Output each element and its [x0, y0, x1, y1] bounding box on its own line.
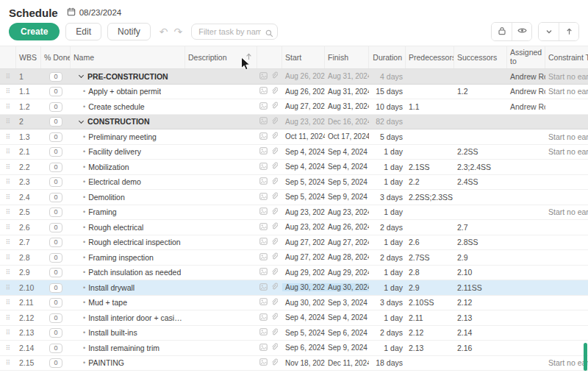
schedule-date-picker[interactable]: 08/23/2024 — [67, 7, 122, 18]
row-percent-done[interactable]: 0 — [41, 283, 71, 293]
row-successors[interactable]: 2.8SS — [454, 238, 507, 246]
row-duration[interactable]: 2 days — [369, 223, 406, 232]
paperclip-icon[interactable] — [270, 238, 278, 247]
table-row[interactable]: ⠿ 1.3 0 • Preliminary meeting Oct 11, 20… — [0, 129, 588, 145]
row-name-cell[interactable]: • Install remaining trim — [71, 344, 185, 352]
row-finish-date[interactable]: Aug 31, 2024 — [325, 88, 369, 96]
row-percent-done[interactable]: 0 — [41, 116, 71, 127]
create-button[interactable]: Create — [9, 23, 60, 40]
table-row[interactable]: ⠿ 2.12 0 • Install interior door + casin… — [0, 310, 588, 326]
row-successors[interactable]: 2.14 — [454, 328, 507, 337]
paperclip-icon[interactable] — [270, 268, 278, 277]
lock-button[interactable] — [492, 23, 512, 40]
row-duration[interactable]: 2 days — [369, 328, 406, 337]
row-start-date[interactable]: Aug 26, 2024 — [282, 72, 325, 80]
row-successors[interactable]: 2.10 — [454, 268, 507, 277]
row-percent-done[interactable]: 0 — [41, 177, 71, 187]
row-duration[interactable]: 3 days — [369, 298, 406, 307]
photo-icon[interactable] — [259, 253, 268, 262]
photo-icon[interactable] — [259, 72, 268, 81]
column-header-name[interactable]: Name — [71, 46, 185, 68]
column-header-successors[interactable]: Successors — [454, 46, 507, 68]
row-percent-done[interactable]: 0 — [41, 71, 71, 82]
row-name-cell[interactable]: • Framing — [71, 207, 185, 216]
row-name-cell[interactable]: • Rough electrical inspection — [71, 238, 185, 246]
row-finish-date[interactable]: Sep 6, 2024 — [325, 329, 369, 337]
table-row[interactable]: ⠿ 2.3 0 • Electrical demo Sep 5, 2024 Se… — [0, 175, 588, 191]
row-start-date[interactable]: Aug 23, 2024 — [282, 118, 325, 126]
row-finish-date[interactable]: Aug 30, 2024 — [325, 283, 369, 291]
paperclip-icon[interactable] — [270, 328, 278, 338]
row-start-date[interactable]: Aug 27, 2024 — [282, 102, 325, 110]
photo-icon[interactable] — [259, 238, 268, 246]
row-start-date[interactable]: Oct 11, 2024 — [282, 132, 325, 141]
row-percent-done[interactable]: 0 — [41, 252, 71, 263]
row-start-date[interactable]: Aug 27, 2024 — [282, 253, 325, 261]
drag-handle-icon[interactable]: ⠿ — [0, 344, 16, 352]
row-finish-date[interactable]: Aug 23, 2024 — [325, 208, 369, 216]
photo-icon[interactable] — [259, 193, 268, 202]
row-start-date[interactable]: Aug 23, 2024 — [282, 223, 325, 231]
row-assigned-to[interactable]: Andrew Roy — [507, 102, 545, 111]
row-start-date[interactable]: Sep 4, 2024 — [282, 313, 325, 322]
row-start-date[interactable]: Aug 23, 2024 — [282, 208, 325, 216]
paperclip-icon[interactable] — [270, 343, 278, 352]
photo-icon[interactable] — [259, 313, 268, 322]
row-percent-done[interactable]: 0 — [41, 358, 71, 368]
column-header-done[interactable]: % Done — [41, 46, 71, 68]
row-successors[interactable]: 2.16 — [454, 344, 507, 352]
row-start-date[interactable]: Aug 26, 2024 — [282, 88, 325, 96]
row-name-cell[interactable]: • Patch insulation as needed — [71, 268, 185, 277]
row-duration[interactable]: 10 days — [369, 102, 406, 111]
row-finish-date[interactable]: Aug 31, 2024 — [325, 72, 369, 80]
column-header-constraint[interactable]: Constraint T — [545, 46, 588, 68]
drag-handle-icon[interactable]: ⠿ — [0, 208, 16, 216]
table-row[interactable]: ⠿ 2.4 0 • Demolition Sep 5, 2024 Sep 9, … — [0, 190, 588, 205]
row-name-cell[interactable]: • CONSTRUCTION — [71, 117, 185, 126]
row-duration[interactable]: 1 day — [369, 344, 406, 352]
paperclip-icon[interactable] — [270, 102, 278, 111]
row-successors[interactable]: 2.13 — [454, 313, 507, 322]
row-predecessors[interactable]: 2.2SS;2.3SS — [406, 193, 454, 202]
drag-handle-icon[interactable]: ⠿ — [0, 88, 16, 95]
photo-icon[interactable] — [259, 163, 268, 171]
row-duration[interactable]: 5 days — [369, 132, 406, 141]
row-constraint-type[interactable]: Start no ear — [545, 207, 588, 216]
row-name-cell[interactable]: • Install interior door + casing — [71, 313, 185, 322]
drag-handle-icon[interactable]: ⠿ — [0, 314, 16, 322]
row-name-cell[interactable]: • Mobilization — [71, 163, 185, 171]
photo-icon[interactable] — [259, 147, 268, 156]
table-row[interactable]: ⠿ 1 0 • PRE-CONSTRUCTION Aug 26, 2024 Au… — [0, 69, 588, 85]
table-row[interactable]: ⠿ 2.7 0 • Rough electrical inspection Au… — [0, 235, 588, 251]
table-row[interactable]: ⠿ 1.2 0 • Create schedule Aug 27, 2024 A… — [0, 99, 588, 115]
row-duration[interactable]: 4 days — [369, 72, 406, 81]
paperclip-icon[interactable] — [270, 252, 278, 262]
row-start-date[interactable]: Aug 30, 2024 — [282, 283, 325, 291]
row-finish-date[interactable]: Oct 17, 2024 — [325, 132, 369, 141]
table-row[interactable]: ⠿ 2.6 0 • Rough electrical Aug 23, 2024 … — [0, 220, 588, 235]
drag-handle-icon[interactable]: ⠿ — [0, 163, 16, 171]
row-finish-date[interactable]: Dec 16, 2024 — [325, 118, 369, 126]
row-percent-done[interactable]: 0 — [41, 207, 71, 217]
paperclip-icon[interactable] — [270, 298, 278, 308]
photo-icon[interactable] — [259, 207, 268, 216]
column-header-assigned[interactable]: Assigned to — [507, 46, 545, 68]
sort-ascending-icon[interactable] — [245, 53, 252, 62]
row-percent-done[interactable]: 0 — [41, 192, 71, 202]
column-header-wbs[interactable]: WBS — [16, 46, 41, 68]
row-start-date[interactable]: Sep 4, 2024 — [282, 163, 325, 171]
row-successors[interactable]: 2.3;2.4SS — [454, 163, 507, 171]
row-predecessors[interactable]: 2.10SS — [406, 298, 454, 307]
row-successors[interactable]: 2.4SS — [454, 177, 507, 186]
row-duration[interactable]: 1 day — [369, 147, 406, 156]
row-successors[interactable]: 2.9 — [454, 253, 507, 262]
drag-handle-icon[interactable]: ⠿ — [0, 254, 16, 261]
row-successors[interactable]: 2.2SS — [454, 147, 507, 156]
row-constraint-type[interactable]: Start no ear — [545, 358, 588, 367]
drag-handle-icon[interactable]: ⠿ — [0, 148, 16, 155]
row-duration[interactable]: 1 day — [369, 177, 406, 186]
chevron-down-icon[interactable] — [79, 73, 84, 78]
paperclip-icon[interactable] — [270, 177, 278, 187]
drag-handle-icon[interactable]: ⠿ — [0, 299, 16, 306]
row-finish-date[interactable]: Aug 31, 2024 — [325, 102, 369, 110]
